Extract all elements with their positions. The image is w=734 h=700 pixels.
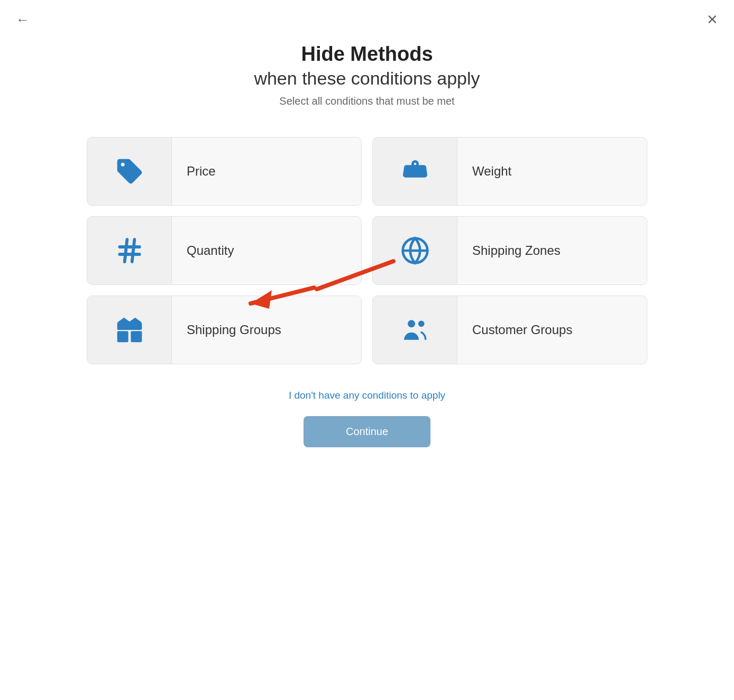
shipping-zones-icon-area — [373, 217, 457, 284]
page-header: Hide Methods when these conditions apply… — [254, 42, 480, 128]
card-shipping-groups[interactable]: Shipping Groups — [87, 296, 362, 364]
card-price[interactable]: Price — [87, 137, 362, 206]
shipping-groups-icon-area — [87, 296, 172, 364]
weight-label: Weight — [457, 137, 647, 205]
back-button[interactable]: ← — [16, 13, 30, 26]
quantity-icon-area — [87, 217, 172, 284]
page-title-sub: when these conditions apply — [254, 67, 480, 90]
card-weight[interactable]: Weight — [372, 137, 647, 206]
close-button[interactable]: ✕ — [707, 13, 718, 26]
page-title-main: Hide Methods — [254, 42, 480, 67]
card-customer-groups[interactable]: Customer Groups — [372, 296, 647, 364]
svg-point-10 — [408, 320, 415, 327]
quantity-label: Quantity — [172, 217, 361, 284]
continue-button[interactable]: Continue — [304, 416, 430, 447]
conditions-grid: PriceWeightQuantityShipping ZonesShippin… — [87, 137, 647, 364]
card-shipping-zones[interactable]: Shipping Zones — [372, 216, 647, 285]
card-quantity[interactable]: Quantity — [87, 216, 362, 285]
svg-rect-9 — [128, 323, 142, 330]
price-icon-area — [87, 137, 172, 205]
svg-rect-7 — [131, 331, 142, 342]
svg-line-3 — [132, 240, 134, 262]
customer-groups-label: Customer Groups — [457, 296, 647, 364]
customer-groups-icon-area — [373, 296, 457, 364]
shipping-zones-label: Shipping Zones — [457, 217, 647, 284]
cards-wrapper: PriceWeightQuantityShipping ZonesShippin… — [87, 137, 647, 364]
weight-icon-area — [373, 137, 457, 205]
no-conditions-link[interactable]: I don't have any conditions to apply — [289, 390, 445, 401]
price-label: Price — [172, 137, 361, 205]
shipping-groups-label: Shipping Groups — [172, 296, 361, 364]
page-subtitle: Select all conditions that must be met — [254, 95, 480, 107]
svg-rect-6 — [117, 331, 128, 342]
svg-line-2 — [124, 240, 127, 262]
svg-point-11 — [418, 320, 424, 327]
